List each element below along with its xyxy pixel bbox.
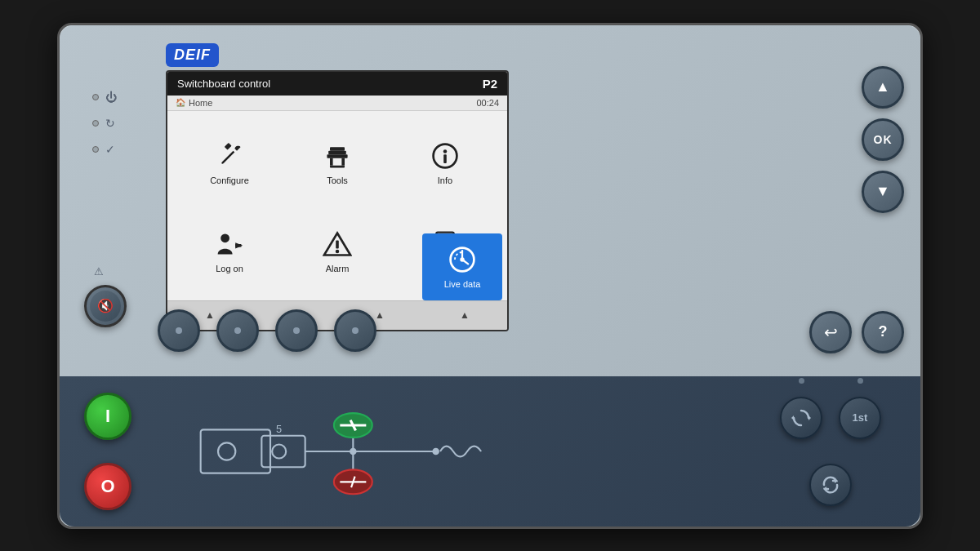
wrench-icon (215, 141, 244, 171)
menu-livedata-label: Live data (444, 279, 481, 289)
right-bottom-controls: 1st (765, 384, 896, 518)
svg-rect-7 (330, 165, 345, 167)
refresh-led (92, 120, 99, 127)
menu-configure[interactable]: Configure (176, 119, 283, 207)
home-icon: 🏠 (176, 98, 185, 107)
bottom-control-row (809, 464, 852, 506)
circuit-diagram: 5 (166, 376, 558, 527)
right-nav-buttons: ▲ OK ▼ (862, 66, 904, 213)
screen-container: Switchboard control P2 🏠 Home 00:24 (166, 70, 798, 331)
left-indicators: ⏻ ↻ ✓ (92, 91, 117, 156)
sync-button[interactable] (780, 397, 822, 439)
sync-icon (791, 407, 812, 429)
svg-point-28 (272, 444, 286, 458)
screen-nav: 🏠 Home 00:24 (167, 96, 507, 111)
softkey-2-dot (234, 327, 241, 334)
svg-rect-3 (328, 150, 346, 154)
screen-header: Switchboard control P2 (167, 72, 507, 96)
svg-text:5: 5 (276, 422, 282, 434)
bottom-softkey-buttons (158, 309, 376, 352)
sync-led (799, 378, 804, 384)
menu-tools-label: Tools (327, 176, 348, 185)
menu-tools[interactable]: Tools (283, 119, 391, 207)
down-button[interactable]: ▼ (862, 171, 904, 213)
screen-page: P2 (483, 77, 497, 91)
device: DEIF ⏻ ↻ ✓ ⚠ 🔇 (57, 23, 923, 529)
loop-button-group (809, 464, 852, 506)
first-label: 1st (853, 411, 868, 424)
power-indicator: ⏻ (92, 91, 117, 104)
back-button[interactable]: ↩ (809, 311, 852, 353)
info-icon (430, 141, 460, 171)
svg-rect-1 (225, 142, 232, 149)
menu-info-label: Info (438, 176, 452, 185)
first-led (858, 378, 863, 384)
svg-rect-2 (327, 154, 347, 158)
ok-button[interactable]: OK (862, 118, 904, 161)
svg-rect-5 (330, 158, 333, 165)
svg-point-16 (336, 249, 340, 253)
svg-point-41 (432, 447, 439, 455)
svg-point-26 (218, 442, 235, 460)
softkey-button-1[interactable] (158, 309, 200, 352)
menu-configure-label: Configure (210, 176, 249, 185)
check-indicator: ✓ (92, 143, 117, 156)
help-button[interactable]: ? (862, 311, 904, 353)
refresh-icon: ↻ (105, 117, 115, 130)
logon-icon (215, 229, 244, 259)
menu-alarm-label: Alarm (326, 264, 350, 273)
loop-button[interactable] (809, 464, 852, 506)
power-led (92, 94, 99, 100)
softkey-4-dot (352, 327, 359, 334)
menu-alarm[interactable]: Alarm (283, 207, 391, 295)
start-button[interactable]: I (84, 393, 131, 440)
softkey-button-2[interactable] (216, 309, 259, 352)
stop-button[interactable]: O (84, 463, 131, 510)
nav-home-area: 🏠 Home (176, 98, 212, 108)
menu-livedata[interactable]: Live data (422, 233, 502, 300)
svg-rect-27 (261, 435, 305, 466)
sync-button-group (780, 397, 822, 439)
alarm-triangle-indicator: ⚠ (94, 264, 104, 278)
menu-logon-label: Log on (216, 264, 243, 273)
softkey-button-4[interactable] (334, 309, 376, 352)
softkey-3-dot (293, 327, 300, 334)
alarm-mute-button[interactable]: 🔇 (84, 285, 127, 327)
tools-icon (323, 141, 352, 171)
softkey-button-3[interactable] (275, 309, 318, 352)
screen-time: 00:24 (476, 98, 499, 108)
svg-rect-6 (341, 158, 345, 165)
alarm-icon (323, 229, 352, 259)
livedata-icon (448, 245, 477, 274)
svg-rect-4 (330, 147, 345, 151)
svg-rect-15 (336, 240, 339, 248)
svg-point-24 (460, 257, 464, 261)
svg-marker-43 (791, 415, 794, 420)
svg-rect-10 (443, 154, 447, 163)
menu-info[interactable]: Info (391, 119, 499, 207)
loop-icon (820, 474, 841, 495)
deif-logo: DEIF (166, 43, 219, 67)
menu-logon[interactable]: Log on (176, 207, 283, 295)
top-control-row: 1st (780, 397, 881, 439)
svg-rect-13 (235, 244, 241, 247)
power-icon: ⏻ (105, 91, 117, 104)
svg-text:🔇: 🔇 (97, 298, 114, 313)
svg-point-9 (443, 149, 448, 153)
top-panel: DEIF ⏻ ↻ ✓ ⚠ 🔇 (60, 25, 920, 376)
nav-home-label: Home (189, 98, 212, 108)
check-led (92, 146, 99, 153)
alarm-mute-icon: 🔇 (90, 291, 121, 322)
screen: Switchboard control P2 🏠 Home 00:24 (166, 70, 509, 331)
first-button[interactable]: 1st (839, 397, 881, 439)
svg-marker-42 (808, 415, 811, 420)
svg-point-11 (220, 233, 229, 242)
screen-title: Switchboard control (177, 78, 270, 90)
bottom-panel: I O 5 (60, 376, 920, 527)
softkey-1-dot (176, 327, 182, 334)
up-button[interactable]: ▲ (862, 66, 904, 109)
softkey-4-arrow: ▲ (460, 309, 470, 321)
diagram-area: 5 (166, 376, 558, 527)
refresh-indicator: ↻ (92, 117, 117, 130)
check-icon: ✓ (105, 143, 115, 156)
